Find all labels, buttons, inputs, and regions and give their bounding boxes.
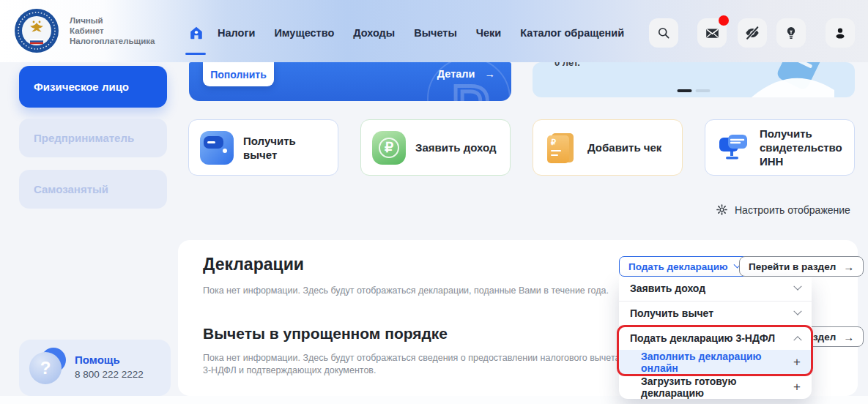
- wallet-icon: [200, 131, 234, 165]
- brand-line: Налогоплательщика: [70, 36, 155, 46]
- search-button[interactable]: [649, 18, 678, 48]
- action-card-label: Получить свидетельство ИНН: [760, 127, 845, 168]
- balance-banner: ₽ Пополнить Детали →: [189, 62, 511, 101]
- dropdown-item-submit-3ndfl[interactable]: Подать декларацию 3-НДФЛ: [619, 326, 812, 351]
- carousel-dot[interactable]: [696, 89, 711, 92]
- action-card-declare-income[interactable]: ₽ Заявить доход: [360, 119, 511, 176]
- dropdown-item-label: Заполнить декларацию онлайн: [641, 351, 793, 374]
- action-card-label: Добавить чек: [587, 141, 661, 154]
- dropdown-item-fill-online[interactable]: Заполнить декларацию онлайн +: [619, 350, 812, 374]
- details-link[interactable]: Детали →: [437, 68, 495, 80]
- display-settings-link[interactable]: Настроить отображение: [716, 203, 850, 216]
- chevron-up-icon: [793, 336, 801, 344]
- nav-item-property[interactable]: Имущество: [274, 27, 334, 39]
- receipt-icon: ₽: [544, 131, 578, 165]
- declarations-title: Декларации: [203, 255, 304, 274]
- sidebar-tab-individual[interactable]: Физическое лицо: [19, 66, 167, 108]
- action-card-label: Получить вычет: [243, 134, 329, 162]
- brand-title: Личный Кабинет Налогоплательщика: [70, 15, 155, 46]
- nav-item-incomes[interactable]: Доходы: [353, 27, 395, 39]
- help-title: Помощь: [75, 354, 144, 366]
- dropdown-item-get-deduction[interactable]: Получить вычет: [619, 301, 812, 326]
- nav-item-requests-catalog[interactable]: Каталог обращений: [520, 27, 624, 39]
- action-card-get-inn[interactable]: Получить свидетельство ИНН: [705, 119, 855, 176]
- arrow-right-icon: →: [485, 68, 496, 80]
- notification-dot: [719, 15, 729, 26]
- mail-icon: [705, 26, 720, 41]
- nav-home-tab[interactable]: [187, 23, 206, 42]
- simplified-deductions-title: Вычеты в упрощенном порядке: [203, 325, 448, 343]
- plus-icon: +: [793, 355, 801, 370]
- topup-button[interactable]: Пополнить: [203, 62, 274, 86]
- topup-label: Пополнить: [210, 69, 267, 81]
- nav-item-receipts[interactable]: Чеки: [476, 27, 501, 39]
- brand-line: Личный: [70, 15, 155, 26]
- eye-off-icon: [744, 25, 760, 41]
- home-icon: [188, 25, 204, 41]
- tips-button[interactable]: [776, 18, 806, 48]
- question-glyph: ?: [40, 358, 51, 378]
- action-card-get-deduction[interactable]: Получить вычет: [188, 119, 338, 176]
- details-label: Детали: [437, 68, 475, 80]
- sidebar-tab-self-employed[interactable]: Самозанятый: [19, 170, 167, 209]
- sidebar-tab-label: Самозанятый: [34, 183, 108, 195]
- chat-bubbles-icon: [716, 131, 750, 165]
- promo-carousel-card[interactable]: 0 лет.: [533, 62, 855, 97]
- chevron-down-icon: [793, 307, 801, 315]
- chevron-down-icon: [793, 283, 801, 291]
- display-settings-label: Настроить отображение: [735, 204, 850, 216]
- search-icon: [656, 26, 671, 40]
- nav-item-taxes[interactable]: Налоги: [218, 27, 255, 39]
- sidebar-tab-label: Физическое лицо: [34, 81, 129, 93]
- sidebar-tab-label: Предприниматель: [34, 132, 134, 144]
- submit-declaration-button[interactable]: Подать декларацию: [619, 256, 749, 277]
- ruble-glyph: ₽: [379, 138, 399, 158]
- action-card-label: Заявить доход: [415, 141, 496, 154]
- arrow-right-icon: →: [843, 261, 854, 273]
- dropdown-item-label: Подать декларацию 3-НДФЛ: [630, 332, 775, 344]
- ruble-glyph: ₽: [551, 138, 556, 147]
- help-phone: 8 800 222 2222: [75, 369, 144, 380]
- submit-declaration-dropdown: Заявить доход Получить вычет Подать декл…: [619, 277, 812, 399]
- goto-declarations-section-button[interactable]: Перейти в раздел →: [739, 256, 864, 277]
- dropdown-item-label: Заявить доход: [630, 283, 705, 294]
- arrow-right-icon: →: [843, 331, 854, 343]
- dropdown-item-declare-income[interactable]: Заявить доход: [619, 277, 812, 301]
- submit-declaration-label: Подать декларацию: [628, 261, 727, 272]
- nav-item-deductions[interactable]: Вычеты: [414, 27, 457, 39]
- user-icon: [833, 26, 847, 40]
- profile-button[interactable]: [826, 18, 855, 48]
- dropdown-item-label: Получить вычет: [630, 307, 713, 319]
- carousel-dot-active[interactable]: [678, 89, 692, 92]
- dropdown-item-label: Загрузить готовую декларацию: [641, 375, 793, 399]
- sidebar-tab-entrepreneur[interactable]: Предприниматель: [19, 119, 167, 157]
- ruble-income-icon: ₽: [372, 131, 406, 165]
- promo-illustration: [724, 62, 834, 97]
- gear-icon: [716, 203, 728, 216]
- fns-logo: [14, 8, 59, 53]
- main-nav: Налоги Имущество Доходы Вычеты Чеки Ката…: [218, 27, 624, 39]
- brand-line: Кабинет: [70, 26, 155, 36]
- lightbulb-icon: [784, 26, 798, 40]
- carousel-dots: [678, 89, 711, 92]
- declarations-empty-text: Пока нет информации. Здесь будут отображ…: [203, 285, 609, 296]
- promo-clipped-text: 0 лет.: [554, 62, 580, 68]
- action-card-add-receipt[interactable]: ₽ Добавить чек: [533, 119, 683, 176]
- help-card[interactable]: ? Помощь 8 800 222 2222: [19, 340, 171, 396]
- plus-icon: +: [793, 380, 801, 394]
- dropdown-item-upload-ready[interactable]: Загрузить готовую декларацию +: [619, 374, 812, 399]
- goto-section-label: Перейти в раздел: [749, 261, 836, 272]
- active-tab-underline: [185, 53, 206, 55]
- question-icon: ?: [29, 350, 64, 385]
- hide-amounts-button[interactable]: [738, 18, 767, 48]
